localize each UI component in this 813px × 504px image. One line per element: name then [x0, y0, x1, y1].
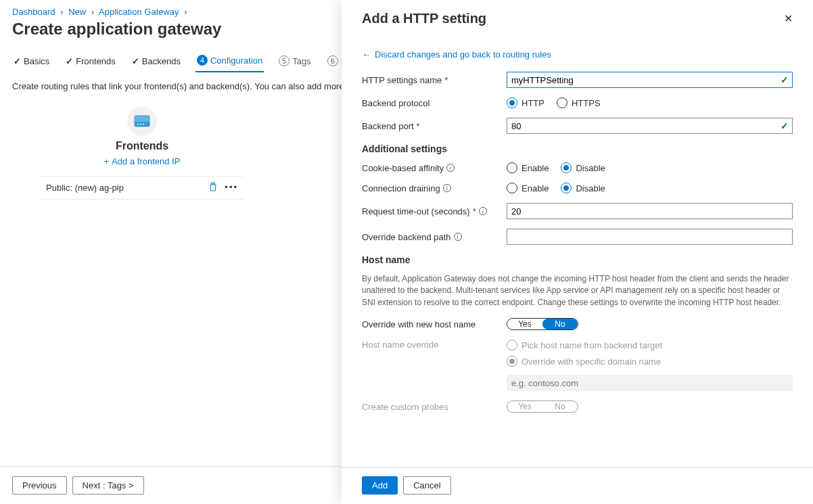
connection-draining-radiogroup: Enable Disable — [507, 183, 793, 193]
check-icon: ✓ — [14, 56, 21, 66]
radio-cookie-disable[interactable]: Disable — [561, 162, 605, 173]
add-frontend-ip-label: Add a frontend IP — [112, 156, 180, 166]
add-button[interactable]: Add — [362, 476, 398, 495]
step-number-icon: 4 — [197, 55, 208, 66]
plus-icon: + — [104, 156, 110, 166]
tab-label: Basics — [24, 56, 49, 66]
radio-pick-from-backend: Pick host name from backend target — [507, 340, 793, 350]
label-backend-protocol: Backend protocol — [362, 98, 507, 108]
frontends-column: Frontends + Add a frontend IP Public: (n… — [41, 106, 243, 200]
radio-override-specific: Override with specific domain name — [507, 356, 793, 367]
tab-backends[interactable]: ✓ Backends — [131, 51, 182, 72]
label-override-backend-path: Override backend path i — [362, 232, 507, 242]
chevron-right-icon: › — [91, 7, 94, 17]
tab-basics[interactable]: ✓ Basics — [12, 51, 51, 72]
radio-cookie-enable[interactable]: Enable — [507, 162, 549, 173]
arrow-left-icon: ← — [362, 49, 371, 60]
radio-drain-enable[interactable]: Enable — [507, 183, 549, 193]
breadcrumb-appgateway[interactable]: Application Gateway — [99, 7, 179, 17]
toggle-probes-no: No — [542, 401, 578, 412]
label-backend-port: Backend port* — [362, 121, 507, 131]
svg-point-4 — [143, 124, 144, 125]
tab-tags[interactable]: 5 Tags — [277, 50, 312, 72]
next-button[interactable]: Next : Tags > — [72, 476, 144, 495]
frontend-ip-label: Public: (new) ag-pip — [46, 183, 124, 193]
previous-button[interactable]: Previous — [12, 476, 67, 495]
wizard-footer: Previous Next : Tags > — [0, 466, 342, 504]
info-icon[interactable]: i — [446, 164, 455, 172]
step-number-icon: 5 — [279, 55, 289, 66]
close-icon[interactable]: ✕ — [784, 12, 793, 25]
info-icon[interactable]: i — [454, 233, 462, 241]
delete-icon[interactable] — [208, 182, 218, 193]
tab-frontends[interactable]: ✓ Frontends — [64, 51, 117, 72]
label-request-timeout: Request time-out (seconds)* i — [362, 206, 507, 216]
check-icon: ✓ — [66, 56, 73, 66]
chevron-right-icon: › — [184, 7, 187, 17]
step-number-icon: 6 — [327, 55, 338, 66]
frontends-heading: Frontends — [116, 140, 168, 152]
tab-label: Tags — [292, 56, 310, 66]
frontend-ip-row: Public: (new) ag-pip ••• — [41, 176, 243, 200]
check-icon: ✓ — [781, 74, 789, 85]
label-http-settings-name: HTTP settings name* — [362, 75, 507, 85]
tab-configuration[interactable]: 4 Configuration — [195, 49, 264, 72]
label-hostname-override: Host name override — [362, 340, 507, 350]
check-icon: ✓ — [132, 56, 139, 66]
more-icon[interactable]: ••• — [225, 182, 238, 193]
discard-back-link[interactable]: ← Discard changes and go back to routing… — [362, 49, 793, 60]
info-icon[interactable]: i — [443, 184, 451, 192]
backend-port-input[interactable] — [507, 118, 793, 134]
svg-point-2 — [137, 124, 139, 125]
panel-footer: Add Cancel — [342, 467, 813, 504]
http-setting-panel: Add a HTTP setting ✕ ← Discard changes a… — [342, 0, 813, 504]
radio-drain-disable[interactable]: Disable — [561, 183, 605, 193]
breadcrumb-dashboard[interactable]: Dashboard — [12, 7, 55, 17]
add-frontend-ip-link[interactable]: + Add a frontend IP — [104, 156, 181, 166]
frontends-icon — [127, 106, 157, 136]
request-timeout-input[interactable] — [507, 203, 793, 219]
additional-settings-heading: Additional settings — [362, 143, 793, 154]
svg-rect-1 — [135, 122, 149, 127]
hostname-description: By default, Application Gateway does not… — [362, 273, 793, 308]
discard-back-label: Discard changes and go back to routing r… — [375, 49, 551, 60]
chevron-right-icon: › — [60, 7, 63, 17]
label-cookie-affinity: Cookie-based affinity i — [362, 163, 507, 173]
svg-point-3 — [140, 124, 141, 125]
breadcrumb-new[interactable]: New — [68, 7, 86, 17]
label-create-custom-probes: Create custom probes — [362, 402, 507, 412]
radio-https[interactable]: HTTPS — [557, 97, 601, 108]
radio-http[interactable]: HTTP — [507, 97, 544, 108]
toggle-probes-yes: Yes — [507, 401, 542, 412]
panel-title: Add a HTTP setting — [362, 11, 486, 26]
toggle-yes[interactable]: Yes — [507, 319, 542, 329]
label-override-hostname: Override with new host name — [362, 319, 507, 329]
backend-protocol-radiogroup: HTTP HTTPS — [507, 97, 793, 108]
specific-domain-input — [507, 375, 793, 391]
override-backend-path-input[interactable] — [507, 229, 793, 245]
check-icon: ✓ — [781, 120, 789, 131]
toggle-no[interactable]: No — [542, 319, 578, 329]
tab-label: Backends — [142, 56, 181, 66]
override-hostname-toggle[interactable]: Yes No — [507, 318, 578, 330]
cookie-affinity-radiogroup: Enable Disable — [507, 162, 793, 173]
info-icon[interactable]: i — [479, 207, 487, 215]
label-connection-draining: Connection draining i — [362, 183, 507, 193]
tab-label: Frontends — [76, 56, 116, 66]
create-custom-probes-toggle: Yes No — [507, 400, 578, 413]
hostname-heading: Host name — [362, 254, 793, 265]
http-settings-name-input[interactable] — [507, 72, 793, 88]
tab-label: Configuration — [210, 55, 262, 66]
cancel-button[interactable]: Cancel — [403, 476, 450, 495]
